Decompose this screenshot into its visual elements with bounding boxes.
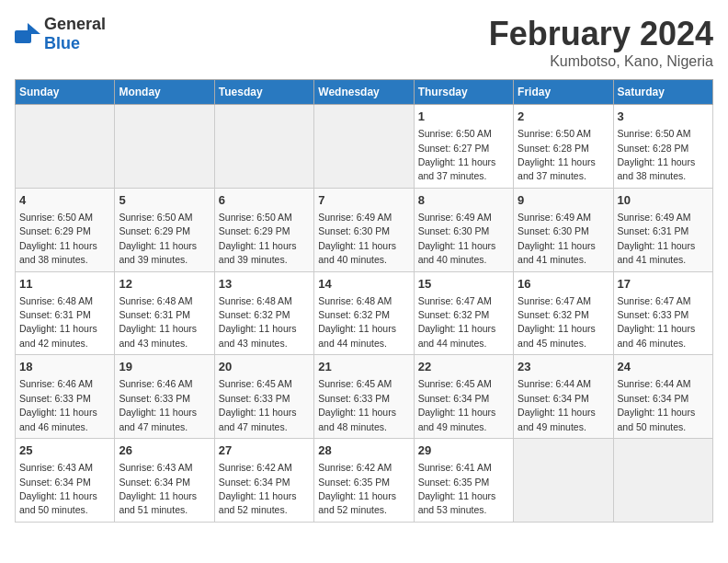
calendar-cell: 13Sunrise: 6:48 AM Sunset: 6:32 PM Dayli… (214, 271, 313, 355)
day-number: 25 (19, 442, 110, 459)
day-number: 24 (618, 359, 709, 375)
cell-info: Sunrise: 6:42 AM Sunset: 6:34 PM Dayligh… (219, 462, 297, 515)
day-number: 29 (418, 442, 509, 459)
cell-info: Sunrise: 6:41 AM Sunset: 6:35 PM Dayligh… (418, 462, 496, 515)
day-number: 1 (418, 109, 509, 125)
calendar-header-row: SundayMondayTuesdayWednesdayThursdayFrid… (16, 80, 713, 105)
header-thursday: Thursday (414, 80, 513, 105)
cell-info: Sunrise: 6:50 AM Sunset: 6:29 PM Dayligh… (219, 212, 297, 265)
day-number: 28 (318, 442, 409, 459)
day-number: 11 (19, 276, 110, 293)
calendar-cell: 29Sunrise: 6:41 AM Sunset: 6:35 PM Dayli… (414, 439, 513, 523)
day-number: 10 (618, 192, 709, 209)
day-number: 27 (219, 442, 310, 459)
calendar-cell: 12Sunrise: 6:48 AM Sunset: 6:31 PM Dayli… (115, 271, 214, 355)
title-area: February 2024 Kumbotso, Kano, Nigeria (489, 15, 713, 70)
calendar-cell: 17Sunrise: 6:47 AM Sunset: 6:33 PM Dayli… (613, 271, 712, 355)
week-row-3: 11Sunrise: 6:48 AM Sunset: 6:31 PM Dayli… (16, 271, 713, 355)
svg-marker-1 (28, 23, 40, 34)
cell-info: Sunrise: 6:48 AM Sunset: 6:31 PM Dayligh… (119, 295, 197, 349)
cell-info: Sunrise: 6:48 AM Sunset: 6:32 PM Dayligh… (219, 295, 297, 349)
day-number: 7 (318, 192, 409, 209)
logo-general: General (44, 15, 106, 33)
cell-info: Sunrise: 6:47 AM Sunset: 6:32 PM Dayligh… (418, 295, 496, 349)
calendar-cell (514, 439, 613, 523)
day-number: 17 (618, 276, 709, 293)
cell-info: Sunrise: 6:45 AM Sunset: 6:33 PM Dayligh… (318, 378, 396, 431)
calendar-cell (115, 105, 214, 189)
calendar-cell: 18Sunrise: 6:46 AM Sunset: 6:33 PM Dayli… (16, 355, 115, 439)
cell-info: Sunrise: 6:45 AM Sunset: 6:34 PM Dayligh… (418, 378, 496, 431)
cell-info: Sunrise: 6:48 AM Sunset: 6:31 PM Dayligh… (19, 295, 97, 349)
cell-info: Sunrise: 6:43 AM Sunset: 6:34 PM Dayligh… (119, 462, 197, 515)
day-number: 12 (119, 276, 210, 293)
day-number: 26 (119, 442, 210, 459)
cell-info: Sunrise: 6:48 AM Sunset: 6:32 PM Dayligh… (318, 295, 396, 349)
calendar-cell: 27Sunrise: 6:42 AM Sunset: 6:34 PM Dayli… (214, 439, 313, 523)
calendar-cell: 15Sunrise: 6:47 AM Sunset: 6:32 PM Dayli… (414, 271, 513, 355)
calendar-cell: 5Sunrise: 6:50 AM Sunset: 6:29 PM Daylig… (115, 188, 214, 271)
calendar-table: SundayMondayTuesdayWednesdayThursdayFrid… (15, 79, 713, 523)
cell-info: Sunrise: 6:50 AM Sunset: 6:28 PM Dayligh… (518, 128, 596, 181)
subtitle: Kumbotso, Kano, Nigeria (489, 53, 713, 70)
calendar-cell: 1Sunrise: 6:50 AM Sunset: 6:27 PM Daylig… (414, 105, 513, 189)
day-number: 15 (418, 276, 509, 293)
header-friday: Friday (514, 80, 613, 105)
day-number: 8 (418, 192, 509, 209)
cell-info: Sunrise: 6:46 AM Sunset: 6:33 PM Dayligh… (119, 378, 197, 431)
calendar-cell: 16Sunrise: 6:47 AM Sunset: 6:32 PM Dayli… (514, 271, 613, 355)
calendar-cell: 24Sunrise: 6:44 AM Sunset: 6:34 PM Dayli… (613, 355, 712, 439)
calendar-cell: 10Sunrise: 6:49 AM Sunset: 6:31 PM Dayli… (613, 188, 712, 271)
cell-info: Sunrise: 6:43 AM Sunset: 6:34 PM Dayligh… (19, 462, 97, 515)
calendar-cell: 26Sunrise: 6:43 AM Sunset: 6:34 PM Dayli… (115, 439, 214, 523)
day-number: 2 (518, 109, 609, 125)
cell-info: Sunrise: 6:50 AM Sunset: 6:29 PM Dayligh… (119, 212, 197, 265)
header-wednesday: Wednesday (314, 80, 414, 105)
day-number: 16 (518, 276, 609, 293)
calendar-cell: 4Sunrise: 6:50 AM Sunset: 6:29 PM Daylig… (16, 188, 115, 271)
day-number: 19 (119, 359, 210, 375)
calendar-cell: 6Sunrise: 6:50 AM Sunset: 6:29 PM Daylig… (214, 188, 313, 271)
header-saturday: Saturday (613, 80, 712, 105)
calendar-cell: 2Sunrise: 6:50 AM Sunset: 6:28 PM Daylig… (514, 105, 613, 189)
day-number: 14 (318, 276, 409, 293)
day-number: 18 (19, 359, 110, 375)
calendar-cell (214, 105, 313, 189)
week-row-2: 4Sunrise: 6:50 AM Sunset: 6:29 PM Daylig… (16, 188, 713, 271)
header-sunday: Sunday (16, 80, 115, 105)
cell-info: Sunrise: 6:47 AM Sunset: 6:32 PM Dayligh… (518, 295, 596, 349)
day-number: 13 (219, 276, 310, 293)
calendar-cell: 22Sunrise: 6:45 AM Sunset: 6:34 PM Dayli… (414, 355, 513, 439)
day-number: 20 (219, 359, 310, 375)
day-number: 23 (518, 359, 609, 375)
calendar-cell (314, 105, 414, 189)
calendar-cell: 20Sunrise: 6:45 AM Sunset: 6:33 PM Dayli… (214, 355, 313, 439)
day-number: 6 (219, 192, 310, 209)
calendar-cell: 8Sunrise: 6:49 AM Sunset: 6:30 PM Daylig… (414, 188, 513, 271)
calendar-cell: 7Sunrise: 6:49 AM Sunset: 6:30 PM Daylig… (314, 188, 414, 271)
calendar-body: 1Sunrise: 6:50 AM Sunset: 6:27 PM Daylig… (16, 105, 713, 523)
calendar-cell: 11Sunrise: 6:48 AM Sunset: 6:31 PM Dayli… (16, 271, 115, 355)
cell-info: Sunrise: 6:49 AM Sunset: 6:30 PM Dayligh… (318, 212, 396, 265)
cell-info: Sunrise: 6:46 AM Sunset: 6:33 PM Dayligh… (19, 378, 97, 431)
calendar-cell (613, 439, 712, 523)
calendar-cell: 28Sunrise: 6:42 AM Sunset: 6:35 PM Dayli… (314, 439, 414, 523)
day-number: 5 (119, 192, 210, 209)
cell-info: Sunrise: 6:44 AM Sunset: 6:34 PM Dayligh… (518, 378, 596, 431)
cell-info: Sunrise: 6:44 AM Sunset: 6:34 PM Dayligh… (618, 378, 696, 431)
cell-info: Sunrise: 6:47 AM Sunset: 6:33 PM Dayligh… (618, 295, 696, 349)
page-header: General Blue February 2024 Kumbotso, Kan… (15, 15, 713, 70)
week-row-4: 18Sunrise: 6:46 AM Sunset: 6:33 PM Dayli… (16, 355, 713, 439)
logo-blue: Blue (44, 34, 80, 52)
day-number: 4 (19, 192, 110, 209)
calendar-cell: 21Sunrise: 6:45 AM Sunset: 6:33 PM Dayli… (314, 355, 414, 439)
cell-info: Sunrise: 6:45 AM Sunset: 6:33 PM Dayligh… (219, 378, 297, 431)
header-monday: Monday (115, 80, 214, 105)
calendar-cell: 19Sunrise: 6:46 AM Sunset: 6:33 PM Dayli… (115, 355, 214, 439)
day-number: 9 (518, 192, 609, 209)
cell-info: Sunrise: 6:50 AM Sunset: 6:28 PM Dayligh… (618, 128, 696, 181)
week-row-5: 25Sunrise: 6:43 AM Sunset: 6:34 PM Dayli… (16, 439, 713, 523)
calendar-cell: 9Sunrise: 6:49 AM Sunset: 6:30 PM Daylig… (514, 188, 613, 271)
calendar-cell: 3Sunrise: 6:50 AM Sunset: 6:28 PM Daylig… (613, 105, 712, 189)
day-number: 3 (618, 109, 709, 125)
